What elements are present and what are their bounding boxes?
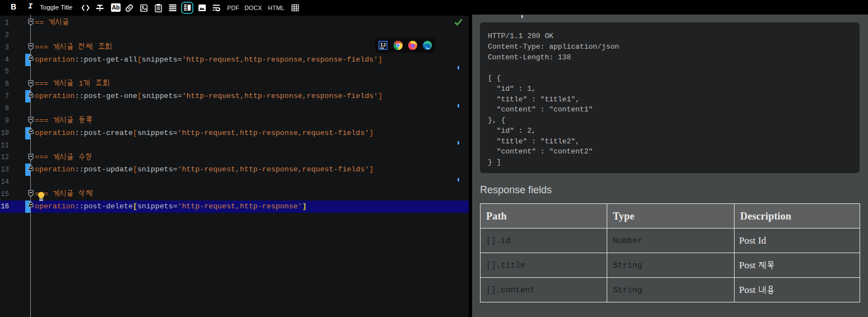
svg-text:IJ: IJ [380,43,386,48]
